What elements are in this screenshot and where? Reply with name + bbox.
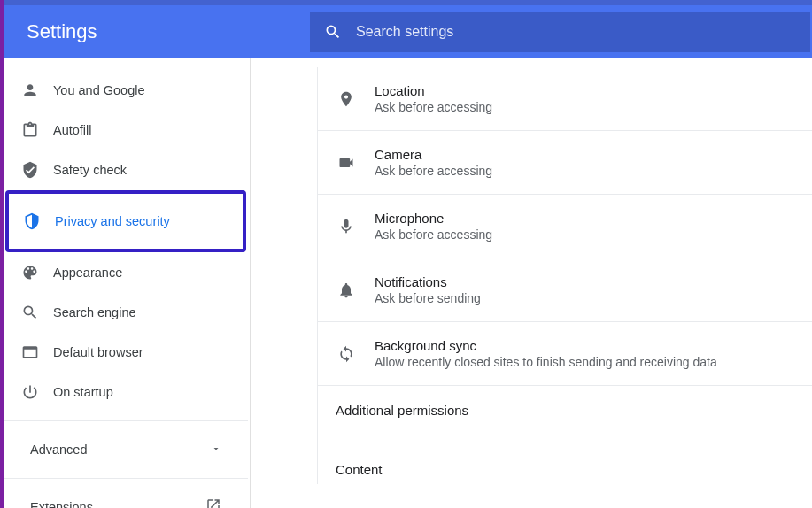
- sidebar-item-privacy-and-security[interactable]: Privacy and security: [5, 190, 246, 252]
- setting-camera[interactable]: Camera Ask before accessing: [318, 131, 812, 195]
- sidebar-extensions-link[interactable]: Extensions: [4, 488, 248, 508]
- shield-icon: [9, 212, 55, 230]
- sidebar-item-autofill[interactable]: Autofill: [7, 111, 244, 150]
- setting-subtitle: Ask before accessing: [375, 164, 812, 178]
- shield-check-icon: [7, 161, 53, 179]
- sidebar-item-label: Search engine: [53, 305, 136, 319]
- palette-icon: [7, 264, 53, 281]
- app-header: Settings: [4, 5, 812, 58]
- sidebar-item-default-browser[interactable]: Default browser: [7, 333, 244, 372]
- sidebar-item-label: Privacy and security: [55, 214, 170, 228]
- sidebar-item-on-startup[interactable]: On startup: [7, 373, 244, 412]
- setting-subtitle: Ask before accessing: [375, 227, 812, 242]
- additional-permissions-label: Additional permissions: [336, 403, 468, 418]
- sync-icon: [318, 345, 375, 363]
- power-icon: [7, 383, 53, 401]
- sidebar-item-label: Safety check: [53, 163, 127, 177]
- bell-icon: [318, 281, 375, 299]
- vertical-divider: [250, 58, 251, 508]
- setting-title: Microphone: [375, 211, 812, 226]
- sidebar-advanced-toggle[interactable]: Advanced: [4, 430, 248, 469]
- sidebar-item-label: Default browser: [53, 345, 143, 359]
- open-in-new-icon: [205, 497, 221, 508]
- microphone-icon: [318, 218, 375, 235]
- setting-subtitle: Ask before accessing: [375, 100, 812, 114]
- chevron-down-icon: [211, 442, 221, 458]
- setting-title: Camera: [375, 147, 812, 162]
- additional-permissions-link[interactable]: Additional permissions: [318, 386, 812, 435]
- browser-icon: [7, 343, 53, 361]
- sidebar-item-safety-check[interactable]: Safety check: [7, 150, 244, 189]
- sidebar-item-label: Autofill: [53, 123, 92, 137]
- setting-subtitle: Allow recently closed sites to finish se…: [375, 355, 812, 369]
- camera-icon: [318, 154, 375, 172]
- divider: [4, 420, 248, 421]
- content-area: Location Ask before accessing Camera Ask…: [317, 58, 812, 508]
- page-title: Settings: [27, 20, 310, 43]
- search-icon: [7, 304, 53, 321]
- location-icon: [318, 90, 375, 108]
- sidebar-item-you-and-google[interactable]: You and Google: [7, 71, 244, 110]
- search-container[interactable]: [310, 12, 810, 52]
- setting-background-sync[interactable]: Background sync Allow recently closed si…: [318, 322, 812, 386]
- extensions-label: Extensions: [30, 500, 93, 508]
- sidebar-item-label: Appearance: [53, 266, 122, 280]
- setting-notifications[interactable]: Notifications Ask before sending: [318, 258, 812, 322]
- window-edge: [0, 0, 4, 508]
- content-section-heading: Content: [318, 435, 812, 484]
- setting-title: Notifications: [375, 274, 812, 289]
- clipboard-icon: [7, 121, 53, 139]
- setting-title: Background sync: [375, 338, 812, 353]
- sidebar-item-appearance[interactable]: Appearance: [7, 253, 244, 292]
- sidebar-item-label: On startup: [53, 385, 113, 399]
- sidebar-item-search-engine[interactable]: Search engine: [7, 293, 244, 332]
- sidebar: You and Google Autofill Safety check Pri…: [4, 58, 248, 508]
- setting-location[interactable]: Location Ask before accessing: [318, 67, 812, 131]
- divider: [4, 478, 248, 479]
- search-icon: [310, 23, 356, 41]
- sidebar-item-label: You and Google: [53, 83, 144, 97]
- advanced-label: Advanced: [30, 443, 88, 457]
- search-input[interactable]: [356, 24, 810, 40]
- setting-title: Location: [375, 83, 812, 98]
- setting-microphone[interactable]: Microphone Ask before accessing: [318, 195, 812, 258]
- person-icon: [7, 81, 53, 99]
- setting-subtitle: Ask before sending: [375, 291, 812, 305]
